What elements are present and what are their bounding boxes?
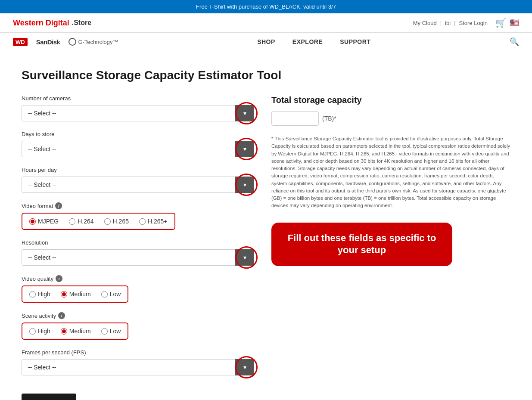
video-quality-low-radio[interactable] <box>101 291 108 298</box>
resolution-select-btn[interactable]: ▾ <box>235 249 254 266</box>
cameras-select-wrapper: -- Select -- 12481632 ▾ <box>22 105 254 121</box>
resolution-select-wrapper: -- Select -- 720p1080p4K8MP12MP ▾ <box>22 249 254 266</box>
store-label: .Store <box>72 19 91 27</box>
cart-icon[interactable]: 🛒 <box>495 18 506 28</box>
search-icon[interactable]: 🔍 <box>510 37 519 47</box>
cameras-select-inner: -- Select -- 12481632 ▾ <box>22 105 254 121</box>
tooltip-text: Fill out these fields as specific to you… <box>288 233 436 256</box>
days-select[interactable]: -- Select -- 714306090 <box>22 141 254 157</box>
main-content: Surveillance Storage Capacity Estimator … <box>0 51 532 400</box>
sandisk-brand-logo[interactable]: SanDisk <box>36 38 60 46</box>
ibi-link[interactable]: ibi <box>445 20 451 26</box>
days-label: Days to store <box>22 131 254 137</box>
hours-select-inner: -- Select -- 8121624 ▾ <box>22 177 254 193</box>
video-quality-medium[interactable]: Medium <box>61 291 91 298</box>
fps-label: Frames per second (FPS) <box>22 349 254 356</box>
scene-activity-medium[interactable]: Medium <box>61 328 91 335</box>
store-login-link[interactable]: Store Login <box>459 20 488 26</box>
hours-label: Hours per day <box>22 167 254 173</box>
scene-activity-label: Scene activity i <box>22 312 254 319</box>
video-format-h264-radio[interactable] <box>69 218 75 225</box>
storage-unit: (TB)* <box>322 115 336 122</box>
hours-select-btn[interactable]: ▾ <box>235 177 254 193</box>
video-format-h265plus[interactable]: H.265+ <box>139 218 168 225</box>
cameras-select[interactable]: -- Select -- 12481632 <box>22 105 254 121</box>
storage-result-input[interactable] <box>271 111 319 126</box>
scene-activity-medium-radio[interactable] <box>61 328 67 335</box>
nav-support[interactable]: SUPPORT <box>340 38 370 45</box>
resolution-label: Resolution <box>22 239 254 246</box>
tool-right-panel: Total storage capacity (TB)* * This Surv… <box>271 95 510 266</box>
brand-logos: WD SanDisk G-Technology™ <box>13 38 118 46</box>
cameras-field-group: Number of cameras -- Select -- 12481632 … <box>22 95 254 121</box>
fps-select[interactable]: -- Select -- 151015202530 <box>22 359 254 375</box>
gtech-icon <box>68 38 76 46</box>
hours-select-wrapper: -- Select -- 8121624 ▾ <box>22 177 254 193</box>
days-field-group: Days to store -- Select -- 714306090 ▾ <box>22 131 254 157</box>
main-nav: WD SanDisk G-Technology™ SHOP EXPLORE SU… <box>0 33 532 51</box>
video-format-mjpeg-radio[interactable] <box>29 218 36 225</box>
nav-explore[interactable]: EXPLORE <box>292 38 323 45</box>
tooltip-bubble: Fill out these fields as specific to you… <box>271 223 452 266</box>
wd-logo[interactable]: Western Digital <box>13 19 69 28</box>
scene-activity-high-radio[interactable] <box>29 328 36 335</box>
fps-select-btn[interactable]: ▾ <box>235 359 254 375</box>
scene-activity-low[interactable]: Low <box>101 328 121 335</box>
resolution-select[interactable]: -- Select -- 720p1080p4K8MP12MP <box>22 249 254 266</box>
wd-brand-logo[interactable]: WD <box>13 38 28 46</box>
tool-layout: Number of cameras -- Select -- 12481632 … <box>22 95 510 400</box>
resolution-field-group: Resolution -- Select -- 720p1080p4K8MP12… <box>22 239 254 266</box>
header-logo-area: Western Digital .Store <box>13 19 91 28</box>
video-format-info-icon[interactable]: i <box>55 202 62 209</box>
scene-activity-info-icon[interactable]: i <box>58 312 65 319</box>
video-format-field-group: Video format i MJPEG H.264 H.265 <box>22 202 254 230</box>
hours-field-group: Hours per day -- Select -- 8121624 ▾ <box>22 167 254 193</box>
days-select-btn[interactable]: ▾ <box>235 141 254 157</box>
banner-text: Free T-Shirt with purchase of WD_BLACK, … <box>196 3 336 10</box>
my-cloud-link[interactable]: My Cloud <box>413 20 437 26</box>
nav-shop[interactable]: SHOP <box>257 38 275 45</box>
video-format-radio-group: MJPEG H.264 H.265 H.265+ <box>22 213 175 230</box>
total-storage-title: Total storage capacity <box>271 95 510 105</box>
gtech-brand-logo[interactable]: G-Technology™ <box>68 38 118 46</box>
video-format-h264[interactable]: H.264 <box>69 218 93 225</box>
video-quality-low[interactable]: Low <box>101 291 121 298</box>
calculate-button[interactable]: Calculate <box>22 394 76 400</box>
fps-field-group: Frames per second (FPS) -- Select -- 151… <box>22 349 254 375</box>
header-right-nav: My Cloud | ibi | Store Login 🛒 🇺🇸 <box>413 18 519 28</box>
nav-links: SHOP EXPLORE SUPPORT <box>257 38 370 45</box>
days-select-inner: -- Select -- 714306090 ▾ <box>22 141 254 157</box>
disclaimer-text: * This Surveillance Storage Capacity Est… <box>271 135 510 210</box>
video-quality-label: Video quality i <box>22 275 254 282</box>
video-format-h265[interactable]: H.265 <box>104 218 129 225</box>
video-format-h265-radio[interactable] <box>104 218 111 225</box>
page-title: Surveillance Storage Capacity Estimator … <box>22 68 510 82</box>
scene-activity-field-group: Scene activity i High Medium Low <box>22 312 254 340</box>
video-format-h265plus-radio[interactable] <box>139 218 146 225</box>
top-banner: Free T-Shirt with purchase of WD_BLACK, … <box>0 0 532 13</box>
video-quality-high[interactable]: High <box>29 291 50 298</box>
scene-activity-low-radio[interactable] <box>101 328 108 335</box>
video-format-label: Video format i <box>22 202 254 209</box>
total-storage-group: Total storage capacity (TB)* <box>271 95 510 126</box>
fps-select-inner: -- Select -- 151015202530 ▾ <box>22 359 254 375</box>
sep2: | <box>454 20 455 26</box>
sep1: | <box>440 20 442 26</box>
hours-select[interactable]: -- Select -- 8121624 <box>22 177 254 193</box>
storage-input-row: (TB)* <box>271 111 510 126</box>
fps-select-wrapper: -- Select -- 151015202530 ▾ <box>22 359 254 375</box>
tool-form: Number of cameras -- Select -- 12481632 … <box>22 95 254 400</box>
video-format-mjpeg[interactable]: MJPEG <box>29 218 59 225</box>
flag-icon: 🇺🇸 <box>510 18 519 28</box>
resolution-select-inner: -- Select -- 720p1080p4K8MP12MP ▾ <box>22 249 254 266</box>
header: Western Digital .Store My Cloud | ibi | … <box>0 13 532 33</box>
cameras-select-btn[interactable]: ▾ <box>235 105 254 121</box>
video-quality-field-group: Video quality i High Medium Low <box>22 275 254 303</box>
scene-activity-radio-group: High Medium Low <box>22 322 128 340</box>
cameras-label: Number of cameras <box>22 95 254 102</box>
video-quality-info-icon[interactable]: i <box>56 275 62 282</box>
days-select-wrapper: -- Select -- 714306090 ▾ <box>22 141 254 157</box>
video-quality-medium-radio[interactable] <box>61 291 67 298</box>
video-quality-high-radio[interactable] <box>29 291 36 298</box>
scene-activity-high[interactable]: High <box>29 328 50 335</box>
